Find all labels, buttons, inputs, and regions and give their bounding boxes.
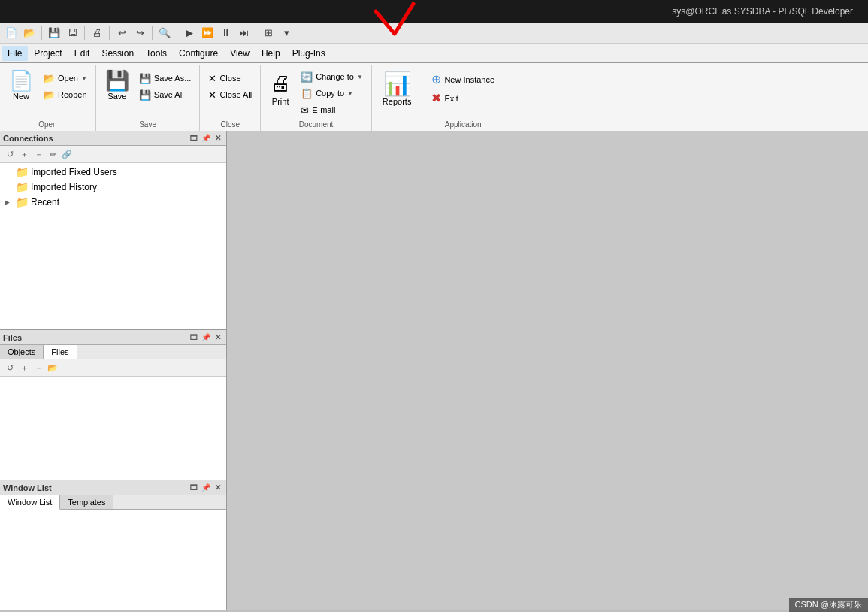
copy-to-button[interactable]: 📋 Copy to ▼ — [297, 86, 367, 101]
open-button[interactable]: 📂 Open ▼ — [39, 71, 91, 86]
sep3 — [109, 26, 110, 40]
save-group-label: Save — [101, 119, 195, 131]
debug-icon[interactable]: ⏩ — [199, 25, 216, 41]
connections-pin-icon[interactable]: 📌 — [201, 133, 211, 144]
windowlist-content — [0, 510, 226, 610]
menu-edit[interactable]: Edit — [68, 46, 96, 61]
menu-bar: File Project Edit Session Tools Configur… — [0, 44, 868, 63]
search-icon[interactable]: 🔍 — [156, 25, 173, 41]
files-refresh-icon[interactable]: ↺ — [3, 361, 17, 374]
folder-icon-3: 📁 — [16, 196, 29, 208]
print-icon[interactable]: 🖨 — [89, 25, 105, 41]
close-button[interactable]: ✕ Close — [204, 71, 256, 86]
conn-edit-icon[interactable]: ✏ — [46, 147, 59, 161]
windowlist-panel: Window List 🗔 📌 ✕ Window List Templates — [0, 480, 226, 610]
conn-add-icon[interactable]: ＋ — [17, 147, 31, 161]
files-tabs-bar: Objects Files — [0, 345, 226, 359]
close-group-label: Close — [204, 119, 256, 131]
run-icon[interactable]: ▶ — [181, 25, 198, 41]
tree-item-imported-fixed[interactable]: 📁 Imported Fixed Users — [2, 165, 225, 180]
files-add-icon[interactable]: ＋ — [17, 361, 31, 374]
windowlist-restore-icon[interactable]: 🗔 — [189, 483, 199, 493]
connections-titlebar-icons: 🗔 📌 ✕ — [189, 133, 223, 144]
open-icon[interactable]: 📂 — [21, 25, 38, 41]
copy-to-dropdown: ▼ — [347, 90, 353, 97]
files-remove-icon[interactable]: － — [32, 361, 45, 374]
files-restore-icon[interactable]: 🗔 — [189, 332, 199, 343]
files-titlebar: Files 🗔 📌 ✕ — [0, 330, 226, 345]
ribbon: 📄 New 📂 Open ▼ 📂 Reopen Open — [0, 63, 868, 131]
ribbon-group-document: 🖨 Print 🔄 Change to ▼ 📋 Copy to ▼ ✉ E-ma… — [261, 65, 372, 131]
change-to-dropdown: ▼ — [357, 74, 363, 80]
folder-icon-1: 📁 — [16, 166, 29, 178]
tree-item-imported-history[interactable]: 📁 Imported History — [2, 180, 225, 195]
conn-refresh-icon[interactable]: ↺ — [3, 147, 17, 161]
connections-restore-icon[interactable]: 🗔 — [189, 133, 199, 144]
open-group-content: 📄 New 📂 Open ▼ 📂 Reopen — [5, 68, 91, 119]
save-button[interactable]: 💾 Save — [101, 68, 134, 104]
tab-windowlist[interactable]: Window List — [0, 495, 60, 510]
menu-file[interactable]: File — [2, 46, 28, 61]
layout-icon[interactable]: ⊞ — [260, 25, 277, 41]
menu-configure[interactable]: Configure — [173, 46, 224, 61]
undo-icon[interactable]: ↩ — [113, 25, 130, 41]
connections-panel: Connections 🗔 📌 ✕ ↺ ＋ － ✏ 🔗 📁 Imported F — [0, 131, 226, 330]
windowlist-close-icon[interactable]: ✕ — [213, 483, 223, 493]
close-label: Close — [219, 74, 240, 83]
files-close-icon[interactable]: ✕ — [213, 332, 223, 343]
menu-help[interactable]: Help — [256, 46, 286, 61]
new-file-icon[interactable]: 📄 — [3, 25, 20, 41]
sep1 — [41, 26, 42, 40]
save-icon[interactable]: 💾 — [46, 25, 62, 41]
connections-close-icon[interactable]: ✕ — [213, 133, 223, 144]
menu-plugins[interactable]: Plug-Ins — [286, 46, 331, 61]
save-as-button[interactable]: 💾 Save As... — [135, 71, 195, 86]
reopen-button[interactable]: 📂 Reopen — [39, 87, 91, 102]
ribbon-group-save: 💾 Save 💾 Save As... 💾 Save All Save — [96, 65, 201, 131]
watermark: CSDN @冰露可乐 — [789, 598, 868, 612]
copy-to-icon: 📋 — [301, 88, 313, 99]
email-button[interactable]: ✉ E-mail — [297, 102, 367, 117]
print-button[interactable]: 🖨 Print — [265, 68, 295, 109]
open-folder-icon: 📂 — [43, 73, 55, 84]
reports-button[interactable]: 📊 Reports — [377, 68, 418, 109]
files-pin-icon[interactable]: 📌 — [201, 332, 211, 343]
sep5 — [177, 26, 177, 40]
close-all-label: Close All — [219, 90, 252, 99]
print-icon2: 🖨 — [270, 71, 291, 95]
tree-item-recent[interactable]: ▶ 📁 Recent — [2, 195, 225, 210]
save-all-button[interactable]: 💾 Save All — [135, 87, 195, 102]
menu-view[interactable]: View — [224, 46, 256, 61]
connections-toolbar: ↺ ＋ － ✏ 🔗 — [0, 146, 226, 163]
main-area: Connections 🗔 📌 ✕ ↺ ＋ － ✏ 🔗 📁 Imported F — [0, 131, 868, 610]
menu-tools[interactable]: Tools — [140, 46, 173, 61]
step-icon[interactable]: ⏭ — [235, 25, 252, 41]
new-icon: 📄 — [9, 71, 33, 90]
redo-icon[interactable]: ↪ — [132, 25, 148, 41]
print-label: Print — [272, 97, 289, 106]
new-instance-button[interactable]: ⊕ New Instance — [427, 71, 499, 88]
tab-objects[interactable]: Objects — [0, 345, 44, 359]
exit-button[interactable]: ✖ Exit — [427, 89, 499, 107]
close-all-button[interactable]: ✕ Close All — [204, 87, 256, 102]
stop-icon[interactable]: ⏸ — [217, 25, 234, 41]
left-panel: Connections 🗔 📌 ✕ ↺ ＋ － ✏ 🔗 📁 Imported F — [0, 131, 227, 610]
new-button[interactable]: 📄 New — [5, 68, 38, 104]
save-all-label: Save All — [154, 90, 184, 99]
conn-connect-icon[interactable]: 🔗 — [60, 147, 74, 161]
menu-session[interactable]: Session — [95, 46, 140, 61]
files-title: Files — [3, 333, 22, 342]
more-icon[interactable]: ▾ — [278, 25, 295, 41]
change-to-button[interactable]: 🔄 Change to ▼ — [297, 69, 367, 84]
tab-templates[interactable]: Templates — [60, 495, 113, 509]
save-as-icon: 💾 — [139, 73, 151, 84]
menu-project[interactable]: Project — [28, 46, 68, 61]
close-all-icon: ✕ — [208, 89, 216, 101]
tab-files[interactable]: Files — [44, 345, 77, 359]
email-label: E-mail — [312, 105, 335, 114]
reports-label: Reports — [383, 97, 412, 106]
save-all-icon[interactable]: 🖫 — [64, 25, 80, 41]
windowlist-pin-icon[interactable]: 📌 — [201, 483, 211, 493]
conn-remove-icon[interactable]: － — [32, 147, 45, 161]
files-folder-icon[interactable]: 📂 — [46, 361, 59, 374]
